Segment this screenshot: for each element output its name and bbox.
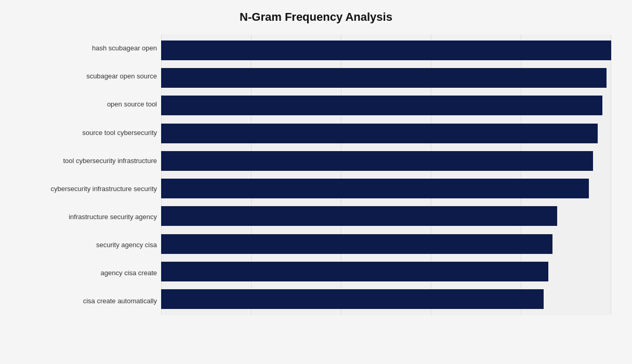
- y-label-0: hash scubagear open: [21, 44, 157, 52]
- y-label-6: infrastructure security agency: [21, 213, 157, 221]
- bar-row-5: [161, 174, 611, 202]
- y-label-7: security agency cisa: [21, 241, 157, 249]
- bar-1: [161, 68, 607, 88]
- chart-area: hash scubagear openscubagear open source…: [21, 34, 611, 315]
- chart-title: N-Gram Frequency Analysis: [21, 10, 611, 24]
- y-label-3: source tool cybersecurity: [21, 129, 157, 137]
- chart-container: N-Gram Frequency Analysis hash scubagear…: [0, 0, 632, 364]
- bar-row-0: [161, 36, 611, 64]
- bar-row-9: [161, 286, 611, 313]
- bar-8: [161, 262, 548, 281]
- bar-5: [161, 179, 589, 198]
- y-label-9: cisa create automatically: [21, 297, 157, 305]
- y-label-8: agency cisa create: [21, 269, 157, 277]
- y-label-1: scubagear open source: [21, 72, 157, 80]
- bar-4: [161, 151, 593, 171]
- y-label-4: tool cybersecurity infrastructure: [21, 157, 157, 165]
- y-label-5: cybersecurity infrastructure security: [21, 185, 157, 193]
- bar-0: [161, 41, 611, 60]
- bar-row-7: [161, 230, 611, 258]
- bar-row-4: [161, 147, 611, 174]
- bar-row-1: [161, 64, 611, 91]
- y-labels: hash scubagear openscubagear open source…: [21, 34, 161, 315]
- bars-wrapper: [161, 34, 611, 315]
- bars-and-grid: [161, 34, 611, 315]
- bar-3: [161, 124, 598, 143]
- bar-row-2: [161, 92, 611, 119]
- bar-row-3: [161, 119, 611, 147]
- bar-9: [161, 289, 544, 309]
- bar-6: [161, 206, 557, 226]
- bar-2: [161, 96, 602, 115]
- bar-row-8: [161, 258, 611, 285]
- y-label-2: open source tool: [21, 100, 157, 109]
- bar-row-6: [161, 203, 611, 230]
- bar-7: [161, 234, 552, 254]
